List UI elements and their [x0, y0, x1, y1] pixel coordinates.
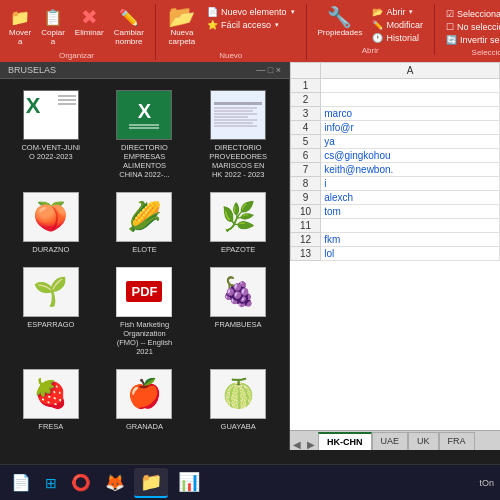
cell-value[interactable] — [321, 92, 500, 106]
row-number: 3 — [291, 106, 321, 120]
copiar-button[interactable]: 📋 Copiara — [38, 4, 68, 49]
mover-icon: 📁 — [9, 6, 31, 28]
table-row[interactable]: 11 — [291, 218, 500, 232]
eliminar-button[interactable]: ✖ Eliminar — [72, 4, 107, 40]
cell-value[interactable] — [321, 218, 500, 232]
cell-value[interactable]: fkm — [321, 232, 500, 246]
sheet-panel: A 123marco4info@r5ya6cs@gingkohou7keith@… — [290, 62, 500, 450]
cambiar-nombre-button[interactable]: ✏️ Cambiarnombre — [111, 4, 147, 49]
file-item-granada[interactable]: 🍎 GRANADA — [100, 364, 190, 435]
table-row[interactable]: 10tom — [291, 204, 500, 218]
table-row[interactable]: 2 — [291, 92, 500, 106]
file-item-directorio-proveedores[interactable]: DIRECTORIO PROVEEDORES MARISCOS EN HK 20… — [193, 85, 283, 183]
historial-button[interactable]: 🕐 Historial — [369, 32, 426, 44]
excel-taskbar-icon: 📊 — [178, 471, 200, 493]
no-seleccionar-button[interactable]: ☐ No seleccionar nada — [443, 21, 500, 33]
tab-nav-right[interactable]: ▶ — [304, 439, 318, 450]
taskbar-windows[interactable]: ⊞ — [40, 468, 62, 498]
sheet-table-wrap[interactable]: A 123marco4info@r5ya6cs@gingkohou7keith@… — [290, 62, 500, 430]
nuevo-elemento-button[interactable]: 📄 Nuevo elemento ▾ — [204, 6, 298, 18]
tab-hk-chn[interactable]: HK-CHN — [318, 432, 372, 450]
modificar-button[interactable]: ✏️ Modificar — [369, 19, 426, 31]
invertir-seleccion-button[interactable]: 🔄 Invertir selección — [443, 34, 500, 46]
cell-value[interactable]: i — [321, 176, 500, 190]
table-row[interactable]: 4info@r — [291, 120, 500, 134]
opera-icon: ⭕ — [71, 473, 91, 492]
ribbon: 📁 Movera 📋 Copiara ✖ Eliminar ✏️ Cambiar… — [0, 0, 500, 62]
abrir-icon: 📂 — [372, 7, 383, 17]
table-row[interactable]: 6cs@gingkohou — [291, 148, 500, 162]
cell-value[interactable]: keith@newbon. — [321, 162, 500, 176]
seleccionar-todo-button[interactable]: ☑ Seleccionar todo — [443, 8, 500, 20]
cell-value[interactable]: alexch — [321, 190, 500, 204]
tab-uae[interactable]: UAE — [372, 432, 409, 450]
file-item-fresa[interactable]: 🍓 FRESA — [6, 364, 96, 435]
file-item-elote[interactable]: 🌽 ELOTE — [100, 187, 190, 258]
table-row[interactable]: 12fkm — [291, 232, 500, 246]
tab-uk[interactable]: UK — [408, 432, 439, 450]
file-item-guayaba[interactable]: 🍈 GUAYABA — [193, 364, 283, 435]
tab-fra[interactable]: FRA — [439, 432, 475, 450]
tab-nav-left[interactable]: ◀ — [290, 439, 304, 450]
cell-value[interactable]: tom — [321, 204, 500, 218]
file-item-epazote[interactable]: 🌿 EPAZOTE — [193, 187, 283, 258]
cell-value[interactable]: marco — [321, 106, 500, 120]
table-row[interactable]: 3marco — [291, 106, 500, 120]
explorer-icon: 📁 — [140, 471, 162, 493]
cell-value[interactable]: ya — [321, 134, 500, 148]
taskbar-opera[interactable]: ⭕ — [66, 468, 96, 498]
row-number: 7 — [291, 162, 321, 176]
folder-name: BRUSELAS — [8, 65, 56, 75]
mover-button[interactable]: 📁 Movera — [6, 4, 34, 49]
taskbar-explorer[interactable]: 📁 — [134, 468, 168, 498]
durazno-thumb: 🍑 — [23, 192, 79, 242]
frambuesa-thumb: 🍇 — [210, 267, 266, 317]
header-controls: — □ × — [256, 65, 281, 75]
file-item-durazno[interactable]: 🍑 DURAZNO — [6, 187, 96, 258]
excel-lines-2 — [129, 124, 159, 129]
seleccionar-label: Seleccionar — [472, 48, 500, 57]
row-number: 11 — [291, 218, 321, 232]
eliminar-icon: ✖ — [78, 6, 100, 28]
file-label-durazno: DURAZNO — [32, 245, 69, 254]
pdf-badge: PDF — [126, 281, 162, 302]
file-panel-content[interactable]: X COM-VENT-JUNI O 2022-2023 X — [0, 79, 289, 450]
row-number: 8 — [291, 176, 321, 190]
abrir-button[interactable]: 📂 Abrir ▾ — [369, 6, 426, 18]
ribbon-group-organizar: 📁 Movera 📋 Copiara ✖ Eliminar ✏️ Cambiar… — [6, 4, 156, 60]
row-number: 13 — [291, 246, 321, 260]
file-item-directorio-empresas[interactable]: X DIRECTORIO EMPRESAS ALIMENTOS CHINA 20… — [100, 85, 190, 183]
taskbar-pdf[interactable]: 📄 — [6, 468, 36, 498]
fresa-thumb: 🍓 — [23, 369, 79, 419]
table-row[interactable]: 13lol — [291, 246, 500, 260]
table-row[interactable]: 9alexch — [291, 190, 500, 204]
table-row[interactable]: 1 — [291, 78, 500, 92]
ribbon-group-nuevo: 📂 Nuevacarpeta 📄 Nuevo elemento ▾ ⭐ Fáci… — [164, 4, 307, 60]
file-item-esparrago[interactable]: 🌱 ESPARRAGO — [6, 262, 96, 360]
taskbar-excel[interactable]: 📊 — [172, 468, 206, 498]
propiedades-button[interactable]: 🔧 Propiedades — [315, 4, 366, 40]
taskbar-firefox[interactable]: 🦊 — [100, 468, 130, 498]
row-number: 10 — [291, 204, 321, 218]
table-row[interactable]: 5ya — [291, 134, 500, 148]
main-area: BRUSELAS — □ × X COM-VENT-JUNI O 2022- — [0, 62, 500, 450]
cell-value[interactable]: lol — [321, 246, 500, 260]
file-item-com-vent[interactable]: X COM-VENT-JUNI O 2022-2023 — [6, 85, 96, 183]
ribbon-group-seleccionar: ☑ Seleccionar todo ☐ No seleccionar nada… — [443, 4, 500, 57]
table-row[interactable]: 8i — [291, 176, 500, 190]
cell-value[interactable]: cs@gingkohou — [321, 148, 500, 162]
taskbar-time: tOn — [479, 478, 494, 488]
table-row[interactable]: 7keith@newbon. — [291, 162, 500, 176]
file-item-fmo[interactable]: PDF Fish Marketing Organization (FMO) --… — [100, 262, 190, 360]
cell-value[interactable] — [321, 78, 500, 92]
file-label-guayaba: GUAYABA — [221, 422, 256, 431]
excel-icon-2: X — [138, 100, 151, 123]
file-label-epazote: EPAZOTE — [221, 245, 255, 254]
file-item-frambuesa[interactable]: 🍇 FRAMBUESA — [193, 262, 283, 360]
nueva-carpeta-button[interactable]: 📂 Nuevacarpeta — [164, 4, 200, 49]
historial-icon: 🕐 — [372, 33, 383, 43]
excel-lines — [58, 95, 76, 105]
facil-acceso-icon: ⭐ — [207, 20, 218, 30]
cell-value[interactable]: info@r — [321, 120, 500, 134]
facil-acceso-button[interactable]: ⭐ Fácil acceso ▾ — [204, 19, 298, 31]
